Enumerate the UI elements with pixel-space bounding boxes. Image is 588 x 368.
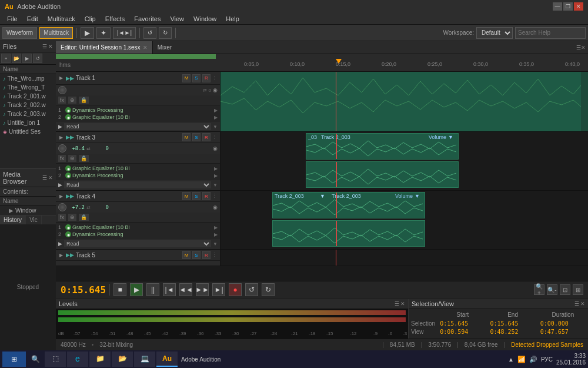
workspace-select[interactable]: Default <box>476 27 513 39</box>
files-menu-icon[interactable]: ☰ <box>42 44 47 49</box>
track-4-collapse-arrow[interactable]: ▶ <box>58 241 62 247</box>
taskbar-folder[interactable]: 📂 <box>112 352 133 367</box>
track-4-waveform[interactable]: Track 2_003 ▼ Track 2_003 Volume ▼ <box>220 191 588 249</box>
taskbar-edge[interactable]: e <box>67 352 88 367</box>
menu-edit[interactable]: Edit <box>22 14 43 24</box>
track-3-clip-1[interactable]: _03 Track 2_003 Volume ▼ <box>306 133 459 160</box>
sel-close-icon[interactable]: ✕ <box>580 301 585 307</box>
editor-tab-session[interactable]: Editor: Untitled Session 1.sesx ✕ <box>56 41 153 54</box>
track-3-clip-2[interactable] <box>306 161 459 188</box>
transport-pause[interactable]: || <box>146 283 159 296</box>
media-close-icon[interactable]: ✕ <box>48 175 53 181</box>
track-1-menu[interactable]: ⋮ <box>212 75 218 81</box>
toolbar-btn-3[interactable]: |◄►| <box>113 27 136 39</box>
track-4-eq-icon[interactable]: ⊕ <box>68 214 76 221</box>
editor-panel-menu-icon[interactable]: ☰ <box>576 45 581 51</box>
track-3-fx-name-1[interactable]: Graphic Equalizer (10 Bi <box>72 165 213 171</box>
toolbar-btn-2[interactable]: ✦ <box>96 27 111 39</box>
track-1-vol-knob[interactable] <box>58 86 66 94</box>
track-4-menu[interactable]: ⋮ <box>212 193 218 199</box>
track-1-clip[interactable] <box>220 72 581 131</box>
track-3-read-select[interactable]: Read <box>64 181 211 188</box>
track-3-waveform[interactable]: _03 Track 2_003 Volume ▼ <box>220 132 588 190</box>
track-1-collapse-arrow[interactable]: ▶ <box>58 124 62 130</box>
track-3-solo[interactable]: S <box>192 133 201 141</box>
track-1-waveform[interactable] <box>220 72 588 131</box>
transport-rewind[interactable]: ◄◄ <box>179 283 192 296</box>
toolbar-btn-4[interactable]: ↺ <box>143 27 156 39</box>
editor-tab-close[interactable]: ✕ <box>143 45 148 51</box>
track-3-vol-knob[interactable] <box>58 144 66 152</box>
track-5-mute[interactable]: M <box>182 251 191 259</box>
files-new-btn[interactable]: + <box>1 54 11 63</box>
transport-skip[interactable]: ↻ <box>262 283 275 296</box>
track-3-lock-icon[interactable]: 🔒 <box>79 155 89 162</box>
zoom-in-btn[interactable]: 🔍+ <box>534 284 544 295</box>
transport-play[interactable]: ▶ <box>130 283 143 296</box>
zoom-track-btn[interactable]: ⊞ <box>573 284 583 295</box>
track-4-fx-label[interactable]: fx <box>58 214 66 221</box>
track-1-lock-icon[interactable]: 🔒 <box>79 97 89 104</box>
track-1-fx-label[interactable]: fx <box>58 97 66 104</box>
file-item-1[interactable]: ♪ The_Wro...mp <box>0 74 56 83</box>
track-3-menu[interactable]: ⋮ <box>212 134 218 140</box>
track-4-record[interactable]: R <box>202 192 211 200</box>
minimize-button[interactable]: — <box>553 2 562 11</box>
menu-effects[interactable]: Effects <box>101 14 129 24</box>
transport-loop[interactable]: ↺ <box>245 283 258 296</box>
maximize-button[interactable]: ❐ <box>563 2 573 11</box>
transport-to-start[interactable]: |◄ <box>163 283 176 296</box>
transport-stop[interactable]: ■ <box>113 283 126 296</box>
taskbar-audition[interactable]: Au <box>156 352 178 367</box>
track-5-menu[interactable]: ⋮ <box>212 252 218 258</box>
zoom-fit-btn[interactable]: ⊡ <box>560 284 570 295</box>
track-4-read-select[interactable]: Read <box>64 240 211 247</box>
ruler-marks-area[interactable]: 0:05,0 0:10,0 0:15,0 0:20,0 0:25,0 0:30,… <box>220 59 588 71</box>
track-3-collapse[interactable]: ▶ <box>58 135 64 140</box>
toolbar-btn-5[interactable]: ↻ <box>159 27 172 39</box>
track-3-fx-label[interactable]: fx <box>58 155 66 162</box>
track-4-vol-knob[interactable] <box>58 203 66 211</box>
vic-tab[interactable]: Vic <box>26 216 42 224</box>
track-1-mute[interactable]: M <box>182 74 191 82</box>
track-1-solo[interactable]: S <box>192 74 201 82</box>
menu-multitrack[interactable]: Multitrack <box>43 14 80 24</box>
mixer-tab[interactable]: Mixer <box>153 41 176 54</box>
file-item-5[interactable]: ♪ Track 2_003.w <box>0 110 56 118</box>
toolbar-btn-1[interactable]: ▶ <box>81 27 94 39</box>
track-3-eq-icon[interactable]: ⊕ <box>68 155 76 162</box>
taskbar-taskview[interactable]: ⬚ <box>45 352 66 367</box>
tray-up-arrow[interactable]: ▲ <box>508 356 514 363</box>
files-close-icon[interactable]: ✕ <box>48 44 53 49</box>
file-item-4[interactable]: ♪ Track 2_002.w <box>0 101 56 110</box>
sel-menu-icon[interactable]: ☰ <box>574 301 579 307</box>
taskbar-explorer[interactable]: 📁 <box>89 352 111 367</box>
track-5-record[interactable]: R <box>202 251 211 259</box>
track-5-solo[interactable]: S <box>192 251 201 259</box>
track-3-record[interactable]: R <box>202 133 211 141</box>
track-1-fx-name-1[interactable]: Dynamics Processing <box>72 107 213 113</box>
track-5-collapse[interactable]: ▶ <box>58 253 64 258</box>
search-input[interactable] <box>515 27 586 39</box>
menu-file[interactable]: File <box>2 14 22 24</box>
transport-record[interactable]: ● <box>229 283 242 296</box>
transport-to-end[interactable]: ►| <box>212 283 225 296</box>
track-4-lock-icon[interactable]: 🔒 <box>79 214 89 221</box>
media-item-windows[interactable]: ▶ Window <box>0 206 56 215</box>
track-3-fx-name-2[interactable]: Dynamics Processing <box>72 173 213 178</box>
track-4-fx-name-2[interactable]: Dynamics Processing <box>72 231 213 237</box>
track-1-eq-icon[interactable]: ⊕ <box>68 97 76 104</box>
editor-panel-close-icon[interactable]: ✕ <box>581 45 586 51</box>
track-4-clip-2[interactable] <box>272 220 425 247</box>
file-item-7[interactable]: ◈ Untitled Ses <box>0 127 56 136</box>
track-1-record[interactable]: R <box>202 74 211 82</box>
taskbar-computer[interactable]: 💻 <box>134 352 155 367</box>
file-item-3[interactable]: ♪ Track 2_001.w <box>0 92 56 101</box>
transport-forward[interactable]: ►► <box>196 283 209 296</box>
files-open-btn[interactable]: 📂 <box>12 54 21 63</box>
track-3-collapse-arrow[interactable]: ▶ <box>58 182 62 188</box>
file-item-6[interactable]: ♪ Untitle_ion 1 <box>0 118 56 127</box>
close-button[interactable]: ✕ <box>574 2 583 11</box>
track-3-mute[interactable]: M <box>182 133 191 141</box>
track-4-solo[interactable]: S <box>192 192 201 200</box>
